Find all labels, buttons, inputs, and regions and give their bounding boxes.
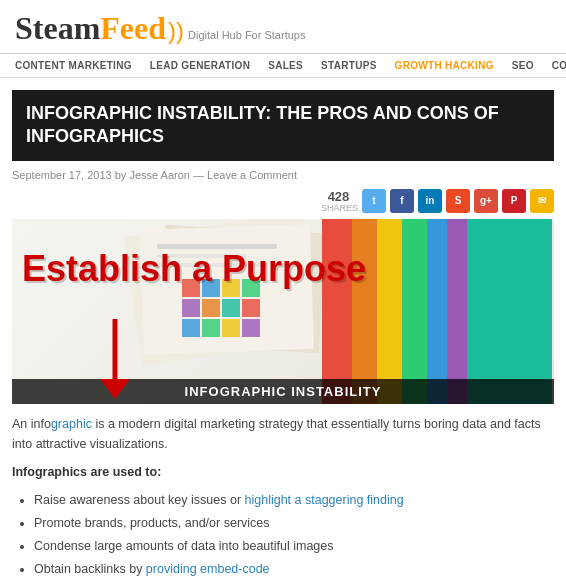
- logo-steam: Steam: [15, 10, 100, 47]
- article-meta: September 17, 2013 by Jesse Aaron — Leav…: [12, 169, 554, 181]
- svg-rect-6: [402, 219, 427, 404]
- body-paragraph-2: Infographics are used to:: [12, 462, 554, 482]
- arrow-down-icon: [100, 319, 130, 402]
- body-text-before-link: An info: [12, 417, 51, 431]
- article-body: An infographic is a modern digital marke…: [12, 414, 554, 579]
- facebook-share-button[interactable]: f: [390, 189, 414, 213]
- linkedin-share-button[interactable]: in: [418, 189, 442, 213]
- infographics-list: Raise awareness about key issues or high…: [34, 490, 554, 579]
- svg-rect-19: [202, 319, 220, 337]
- svg-rect-4: [352, 219, 377, 404]
- article-title: INFOGRAPHIC INSTABILITY: THE PROS AND CO…: [26, 102, 540, 149]
- svg-rect-17: [242, 299, 260, 317]
- share-row: 428 SHARES t f in S g+ P ✉: [12, 189, 554, 213]
- body-text-after-link: is a modern digital marketing strategy t…: [12, 417, 541, 451]
- share-label: SHARES: [321, 204, 358, 213]
- overlay-heading: Establish a Purpose: [22, 249, 366, 289]
- infographic-bg: Establish a Purpose INFOGRAPHIC INSTABIL…: [12, 219, 554, 404]
- stumbleupon-share-button[interactable]: S: [446, 189, 470, 213]
- twitter-share-button[interactable]: t: [362, 189, 386, 213]
- nav-lead-generation[interactable]: LEAD GENERATION: [150, 60, 250, 71]
- site-header: SteamFeed)) Digital Hub For Startups: [0, 0, 566, 54]
- nav-seo[interactable]: SEO: [512, 60, 534, 71]
- list-link-1[interactable]: highlight a staggering finding: [245, 493, 404, 507]
- list-item-3: Condense large amounts of data into beau…: [34, 536, 554, 556]
- email-share-button[interactable]: ✉: [530, 189, 554, 213]
- svg-marker-26: [100, 379, 130, 399]
- svg-rect-14: [182, 299, 200, 317]
- svg-rect-20: [222, 319, 240, 337]
- share-count-wrap: 428 SHARES: [321, 189, 358, 213]
- share-count: 428: [328, 189, 350, 204]
- body-link-graphic[interactable]: graphic: [51, 417, 92, 431]
- svg-rect-8: [447, 219, 467, 404]
- site-tagline: Digital Hub For Startups: [188, 29, 305, 41]
- svg-rect-21: [242, 319, 260, 337]
- body-paragraph-1: An infographic is a modern digital marke…: [12, 414, 554, 454]
- nav-content-marketing[interactable]: CONTENT MARKETING: [15, 60, 132, 71]
- article-date-author: September 17, 2013 by Jesse Aaron — Leav…: [12, 169, 297, 181]
- list-link-4[interactable]: providing embed-code: [146, 562, 270, 576]
- article-title-box: INFOGRAPHIC INSTABILITY: THE PROS AND CO…: [12, 90, 554, 161]
- nav-coding-html[interactable]: CODING & HTML: [552, 60, 566, 71]
- svg-rect-15: [202, 299, 220, 317]
- svg-rect-3: [322, 219, 352, 404]
- image-banner: INFOGRAPHIC INSTABILITY: [12, 379, 554, 404]
- nav-growth-hacking[interactable]: GROWTH HACKING: [395, 60, 494, 71]
- list-item-4: Obtain backlinks by providing embed-code: [34, 559, 554, 579]
- nav-sales[interactable]: SALES: [268, 60, 303, 71]
- pinterest-share-button[interactable]: P: [502, 189, 526, 213]
- main-nav: CONTENT MARKETING LEAD GENERATION SALES …: [0, 54, 566, 78]
- featured-image: Establish a Purpose INFOGRAPHIC INSTABIL…: [12, 219, 554, 404]
- infographics-used-label: Infographics are used to:: [12, 465, 161, 479]
- logo-feed: Feed: [100, 10, 166, 47]
- svg-rect-16: [222, 299, 240, 317]
- nav-startups[interactable]: STARTUPS: [321, 60, 377, 71]
- logo[interactable]: SteamFeed)) Digital Hub For Startups: [15, 10, 551, 47]
- svg-rect-7: [427, 219, 447, 404]
- google-plus-share-button[interactable]: g+: [474, 189, 498, 213]
- svg-rect-18: [182, 319, 200, 337]
- logo-waves: )): [168, 17, 184, 45]
- svg-rect-9: [467, 219, 552, 404]
- svg-rect-5: [377, 219, 402, 404]
- list-item-1: Raise awareness about key issues or high…: [34, 490, 554, 510]
- list-item-2: Promote brands, products, and/or service…: [34, 513, 554, 533]
